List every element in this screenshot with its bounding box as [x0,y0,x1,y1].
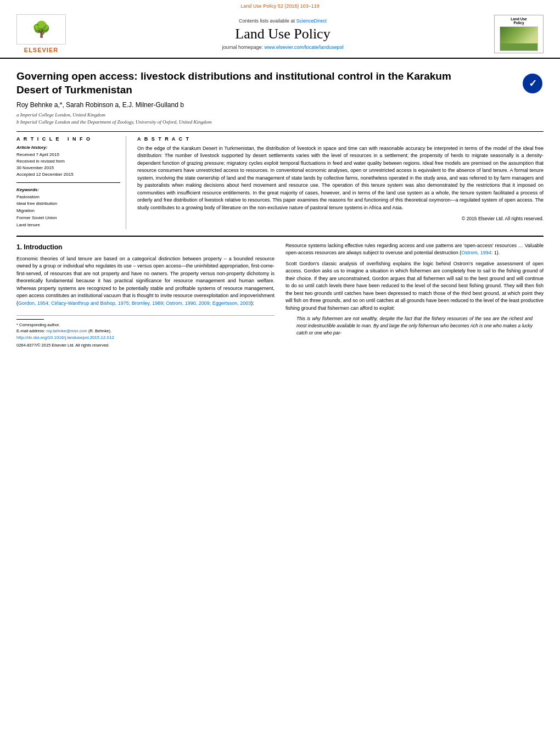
keywords-label: Keywords: [16,187,120,192]
logo-image [500,26,538,51]
rule-after-affiliations [16,131,544,132]
article-info-abstract-section: A R T I C L E I N F O Article history: R… [16,136,544,229]
logo-title: Land UsePolicy [496,17,541,26]
body-left-col: 1. Introduction Economic theories of lan… [16,242,275,348]
ref-ostrom1994[interactable]: Ostrom, 1994 [461,250,491,255]
keyword-1: Pastoralism [16,194,120,201]
abstract-text: On the edge of the Karakum Desert in Tur… [137,145,544,212]
authors: Roy Behnke a,*, Sarah Robinson a, E.J. M… [16,101,544,109]
ref-gordon[interactable]: Gordon, 1954; Cirlacy-Wanthrup and Bisho… [18,300,251,306]
blockquote: This is why fishermen are not wealthy, d… [296,315,533,336]
elsevier-tree-icon: 🌳 [32,20,51,38]
body-right-col: Resource systems lacking effective rules… [285,242,544,348]
email-link[interactable]: roy.behnke@msn.com [46,328,88,333]
footnote-rule [16,319,44,320]
keywords-section: Keywords: Pastoralism Ideal free distrib… [16,187,120,229]
article-history: Article history: Received 7 April 2015 R… [16,145,120,178]
elsevier-logo: 🌳 ELSEVIER [11,14,71,53]
crossmark-circle: ✓ [523,74,542,93]
abstract-heading: A B S T R A C T [137,136,544,142]
main-content: Governing open access: livestock distrib… [0,59,560,354]
journal-logo-right: Land UsePolicy [494,15,544,53]
elsevier-wordmark: ELSEVIER [24,47,58,53]
accepted: Accepted 12 December 2015 [16,171,120,178]
keyword-3: Migration [16,208,120,215]
intro-heading: 1. Introduction [16,242,275,252]
authors-text: Roy Behnke a,*, Sarah Robinson a, E.J. M… [16,101,184,109]
corresponding-author-note: * Corresponding author. [16,322,275,328]
body-section: 1. Introduction Economic theories of lan… [16,236,544,348]
right-para2: Scott Gordon's classic analysis of overf… [285,260,544,313]
affiliations: a Imperial College London, United Kingdo… [16,111,544,125]
article-title: Governing open access: livestock distrib… [16,70,478,97]
land-use-policy-logo-text: Land UsePolicy [496,17,541,26]
rule-in-info [16,182,120,183]
journal-center: Contents lists available at ScienceDirec… [71,18,494,50]
journal-title: Land Use Policy [71,26,494,42]
body-text-right: Resource systems lacking effective rules… [285,242,544,337]
keyword-2: Ideal free distribution [16,200,120,208]
abstract-col: A B S T R A C T On the edge of the Karak… [137,136,544,229]
email-line: E-mail address: roy.behnke@msn.com (R. B… [16,328,275,334]
page: Land Use Policy 52 (2016) 103–119 🌳 ELSE… [0,0,560,742]
copyright-line: © 2015 Elsevier Ltd. All rights reserved… [137,216,544,221]
elsevier-logo-box: 🌳 [16,14,66,44]
affiliation-b: b Imperial College London and the Depart… [16,119,544,126]
contents-text: Contents lists available at [239,18,295,24]
email-name: (R. Behnke). [88,328,111,333]
article-info-col: A R T I C L E I N F O Article history: R… [16,136,126,229]
body-text-left: Economic theories of land tenure are bas… [16,255,275,308]
affiliation-a: a Imperial College London, United Kingdo… [16,111,544,119]
right-para1: Resource systems lacking effective rules… [285,242,544,257]
article-info-heading: A R T I C L E I N F O [16,136,120,142]
email-label: E-mail address: [16,328,45,333]
doi-line: http://dx.doi.org/10.1016/j.landusepol.2… [16,334,275,341]
article-title-section: Governing open access: livestock distrib… [16,64,544,97]
journal-ref-bar: Land Use Policy 52 (2016) 103–119 [0,0,560,10]
doi-link[interactable]: http://dx.doi.org/10.1016/j.landusepol.2… [16,335,114,340]
intro-para1: Economic theories of land tenure are bas… [16,255,275,308]
journal-ref-text: Land Use Policy 52 (2016) 103–119 [240,3,320,9]
received-revised: Received in revised form [16,158,120,165]
journal-header: 🌳 ELSEVIER Contents lists available at S… [0,10,560,59]
journal-homepage: journal homepage: www.elsevier.com/locat… [71,44,494,50]
history-label: Article history: [16,145,120,150]
received-revised-date: 30 November 2015 [16,165,120,171]
sciencedirect-link[interactable]: ScienceDirect [296,18,327,24]
journal-homepage-link[interactable]: www.elsevier.com/locate/landusepol [264,44,343,50]
keyword-5: Land tenure [16,222,120,229]
keyword-4: Former Soviet Union [16,215,120,222]
issn-line: 0264-8377/© 2015 Elsevier Ltd. All right… [16,342,275,348]
contents-available-line: Contents lists available at ScienceDirec… [71,18,494,24]
footnotes-area: * Corresponding author. E-mail address: … [16,315,275,348]
crossmark-logo[interactable]: ✓ [522,72,544,94]
received-1: Received 7 April 2015 [16,152,120,158]
